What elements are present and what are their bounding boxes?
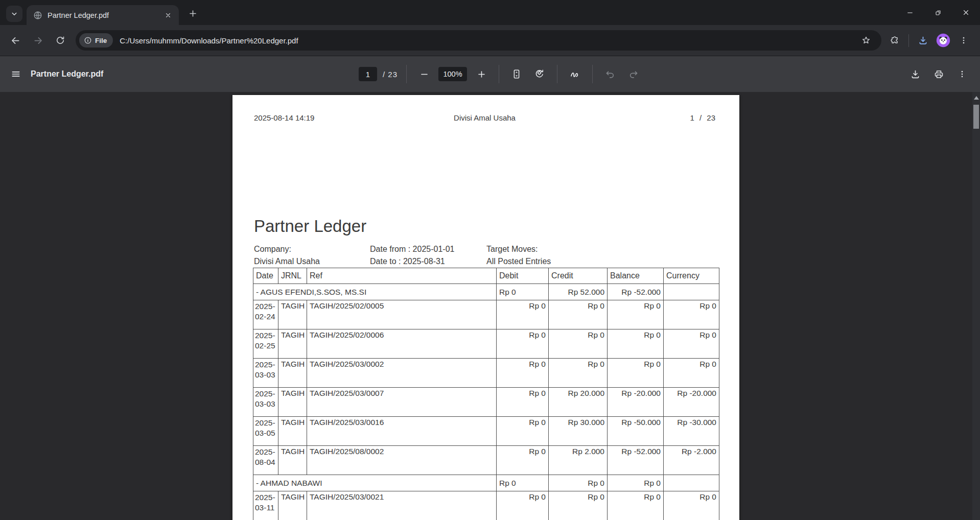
pdf-download-button[interactable] <box>906 65 924 83</box>
column-header: Credit <box>549 268 608 284</box>
ledger-entry-row: 2025-02-24TAGIHTAGIH/2025/02/0005Rp 0Rp … <box>253 300 719 329</box>
cell-ref: TAGIH/2025/03/0021 <box>307 491 497 520</box>
vertical-scrollbar[interactable] <box>972 92 980 520</box>
toolbar-divider <box>908 34 909 47</box>
running-header-company: Divisi Amal Usaha <box>408 113 562 122</box>
pdf-page-controls: / 23 100% <box>359 56 642 92</box>
tab-title: Partner Ledger.pdf <box>48 11 162 19</box>
minus-icon <box>419 69 429 79</box>
minimize-button[interactable] <box>896 0 924 25</box>
close-window-button[interactable] <box>952 0 980 25</box>
cell-balance: Rp 0 <box>608 475 664 491</box>
toolbar-divider <box>592 65 593 83</box>
cell-partner-name: - AGUS EFENDI,S.SOS, MS.SI <box>253 284 497 300</box>
pdf-toolbar: Partner Ledger.pdf / 23 100% <box>0 56 980 92</box>
active-tab[interactable]: Partner Ledger.pdf <box>27 5 179 25</box>
cell-jrnl: TAGIH <box>278 388 307 417</box>
cell-credit: Rp 0 <box>549 491 608 520</box>
tab-strip: Partner Ledger.pdf <box>0 0 980 25</box>
forward-arrow-icon <box>33 35 43 46</box>
downloads-button[interactable] <box>914 31 932 50</box>
rotate-button[interactable] <box>531 65 548 83</box>
new-tab-button[interactable] <box>185 6 200 21</box>
cell-credit: Rp 52.000 <box>549 284 608 300</box>
scroll-up-arrow[interactable] <box>972 92 980 103</box>
forward-button[interactable] <box>28 31 48 50</box>
cell-ref: TAGIH/2025/02/0006 <box>307 329 497 359</box>
three-dot-menu-icon <box>958 69 967 79</box>
cell-currency <box>664 284 719 300</box>
star-icon <box>861 35 871 45</box>
toolbar-divider <box>557 65 557 83</box>
cell-balance: Rp 0 <box>608 491 664 520</box>
tab-close-button[interactable] <box>162 10 174 21</box>
cell-debit: Rp 0 <box>497 491 549 520</box>
back-arrow-icon <box>10 35 21 46</box>
partner-group-row: - AHMAD NABAWIRp 0Rp 0Rp 0 <box>253 475 719 491</box>
bookmark-button[interactable] <box>857 31 875 50</box>
tab-search-button[interactable] <box>6 6 22 22</box>
restore-button[interactable] <box>924 0 952 25</box>
pdf-viewer-area: 2025-08-14 14:19 Divisi Amal Usaha 1 / 2… <box>0 92 980 520</box>
minimize-icon <box>906 9 914 17</box>
cell-debit: Rp 0 <box>497 388 549 417</box>
cell-debit: Rp 0 <box>497 446 549 475</box>
fit-to-page-button[interactable] <box>508 65 525 83</box>
cell-debit: Rp 0 <box>497 284 549 300</box>
undo-button[interactable] <box>601 65 619 83</box>
print-button[interactable] <box>930 65 947 83</box>
cell-date: 2025-03-11 <box>253 491 278 520</box>
report-info-block: Company: Date from : 2025-01-01 Target M… <box>254 244 715 267</box>
annotate-button[interactable] <box>566 65 584 83</box>
cell-debit: Rp 0 <box>497 475 549 491</box>
cell-balance: Rp 0 <box>608 329 664 359</box>
omnibox[interactable]: File C:/Users/muhmm/Downloads/Partner%20… <box>76 30 881 51</box>
back-button[interactable] <box>6 31 25 50</box>
file-scheme-chip[interactable]: File <box>79 33 113 48</box>
cell-credit: Rp 30.000 <box>549 417 608 446</box>
pdf-more-options-button[interactable] <box>953 65 971 83</box>
column-header: Debit <box>497 268 549 284</box>
cell-credit: Rp 0 <box>549 359 608 388</box>
cell-ref: TAGIH/2025/03/0016 <box>307 417 497 446</box>
zoom-level-display: 100% <box>438 67 467 81</box>
cell-balance: Rp 0 <box>608 359 664 388</box>
company-label: Company: <box>254 244 370 255</box>
partner-group-row: - AGUS EFENDI,S.SOS, MS.SIRp 0Rp 52.000R… <box>253 284 719 300</box>
column-header: Ref <box>307 268 497 284</box>
puzzle-icon <box>890 35 900 45</box>
extensions-button[interactable] <box>885 31 904 50</box>
column-header: Currency <box>664 268 719 284</box>
url-text: C:/Users/muhmm/Downloads/Partner%20Ledge… <box>120 36 856 45</box>
pdf-menu-button[interactable] <box>7 65 25 83</box>
zoom-in-button[interactable] <box>473 65 490 83</box>
cell-currency: Rp -2.000 <box>664 446 719 475</box>
cell-currency: Rp 0 <box>664 491 719 520</box>
date-to: Date to : 2025-08-31 <box>370 256 486 267</box>
profile-avatar[interactable] <box>934 31 952 50</box>
cell-currency: Rp 0 <box>664 300 719 329</box>
reload-button[interactable] <box>51 31 70 50</box>
report-title: Partner Ledger <box>254 216 715 237</box>
page-number-input[interactable] <box>359 67 377 81</box>
cell-debit: Rp 0 <box>497 417 549 446</box>
page-count-label: / 23 <box>383 70 398 79</box>
cell-currency: Rp 0 <box>664 359 719 388</box>
date-from: Date from : 2025-01-01 <box>370 244 486 255</box>
reload-icon <box>55 35 65 45</box>
cell-partner-name: - AHMAD NABAWI <box>253 475 497 491</box>
zoom-out-button[interactable] <box>415 65 433 83</box>
cell-jrnl: TAGIH <box>278 359 307 388</box>
ledger-entry-row: 2025-08-04TAGIHTAGIH/2025/08/0002Rp 0Rp … <box>253 446 719 475</box>
running-header-page: 1 / 23 <box>562 113 715 122</box>
cell-balance: Rp -20.000 <box>608 388 664 417</box>
redo-button[interactable] <box>624 65 642 83</box>
cell-date: 2025-02-25 <box>253 329 278 359</box>
download-icon <box>918 35 928 46</box>
cell-currency: Rp -20.000 <box>664 388 719 417</box>
browser-menu-button[interactable] <box>954 31 973 50</box>
cell-credit: Rp 0 <box>549 475 608 491</box>
toolbar-divider <box>499 65 499 83</box>
scrollbar-thumb[interactable] <box>973 105 979 129</box>
cell-ref: TAGIH/2025/02/0005 <box>307 300 497 329</box>
